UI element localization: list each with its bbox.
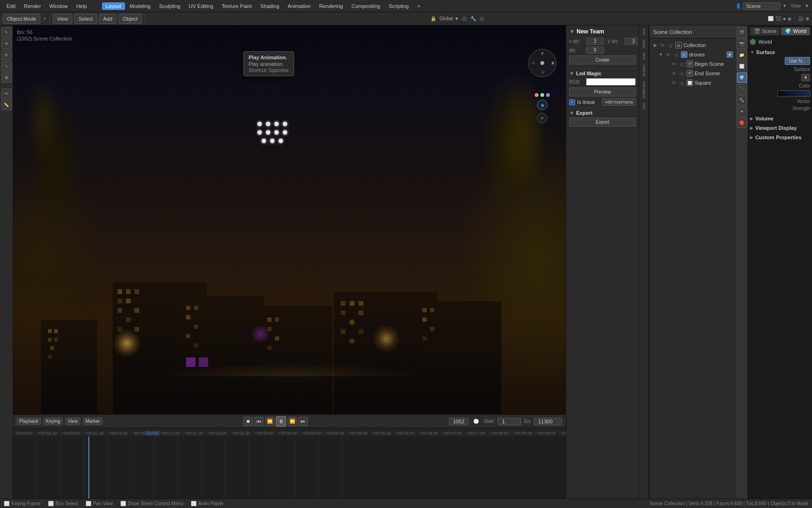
dev-label[interactable]: Dev — [642, 101, 646, 111]
view-side-label[interactable]: View — [642, 38, 646, 50]
led-magic-title[interactable]: ▼ Led Magic — [569, 71, 636, 76]
sc-begin-render-icon[interactable]: ◎ — [679, 62, 685, 67]
workspace-animation[interactable]: Animation — [284, 2, 314, 10]
jump-end-btn[interactable]: ⏭ — [298, 417, 308, 426]
tool-label[interactable]: Tool — [642, 26, 646, 37]
camera-icon[interactable]: 🎥 — [798, 16, 804, 21]
object-prop-icon[interactable]: ⬛ — [737, 84, 747, 94]
surface-section-header[interactable]: ▼ Surface — [750, 48, 810, 56]
menu-render[interactable]: Render — [20, 2, 45, 10]
workspace-compositing[interactable]: Compositing — [348, 2, 384, 10]
workspace-modeling[interactable]: Modeling — [126, 2, 155, 10]
new-team-collapse-icon[interactable]: ▼ — [569, 28, 575, 35]
proportional-icon[interactable]: ◎ — [479, 16, 485, 21]
view-menu-icon[interactable]: ▼ — [804, 3, 809, 8]
user-icon[interactable]: 👤 — [735, 3, 741, 8]
move-tool[interactable]: ✛ — [1, 39, 12, 49]
viewport-shading-mat[interactable]: ● — [783, 16, 786, 21]
object-mode-arrow[interactable]: ▼ — [42, 16, 47, 21]
keying-dropdown[interactable]: Keying — [44, 418, 63, 425]
menu-help[interactable]: Help — [72, 2, 91, 10]
timeline-body[interactable] — [13, 437, 566, 507]
scene-icon[interactable]: 🎬 — [737, 27, 747, 38]
status-anim-player[interactable]: ⬜ Anim Player — [191, 501, 224, 506]
workspace-shading[interactable]: Shading — [257, 2, 283, 10]
item-label[interactable]: Item — [642, 51, 646, 62]
render-icon[interactable]: 📷 — [737, 39, 747, 49]
snap-icon[interactable]: 🔧 — [469, 16, 477, 21]
transform-pivot-icon[interactable]: ⊙ — [461, 16, 468, 22]
viewport-persp-toggle[interactable]: P — [537, 113, 547, 123]
sc-item-end-scene[interactable]: 👁 ◎ 🎬 End Scene — [663, 69, 734, 78]
object-mode-btn[interactable]: Object Mode — [3, 14, 40, 24]
sc-item-collection[interactable]: ▶ 👁 ◎ ▤ Collection — [651, 40, 734, 50]
end-frame-input[interactable]: 11300 — [534, 418, 562, 425]
overlays-icon[interactable]: ⊕ — [805, 16, 809, 21]
viewport-camera-toggle[interactable]: ◉ — [537, 100, 547, 110]
sc-square-render-icon[interactable]: ◎ — [679, 80, 685, 86]
workspace-sculpting[interactable]: Sculpting — [155, 2, 184, 10]
export-title[interactable]: ▼ Export — [569, 110, 636, 116]
color-swatch[interactable] — [777, 90, 810, 97]
menu-window[interactable]: Window — [46, 2, 71, 10]
is-linear-checkbox[interactable]: ✓ — [569, 99, 575, 105]
formation-label[interactable]: Formation — [642, 79, 646, 100]
use-nodes-btn[interactable]: Use N... — [785, 57, 810, 65]
sc-end-render-icon[interactable]: ◎ — [679, 71, 685, 76]
select-btn[interactable]: Select — [74, 14, 97, 24]
status-keying-frame[interactable]: ⬜ Keying Frame — [4, 501, 40, 506]
add-btn[interactable]: Add — [99, 14, 117, 24]
start-frame-input[interactable]: 1 — [498, 418, 521, 425]
scene-menu-icon[interactable]: ▼ — [782, 3, 787, 8]
preview-btn[interactable]: Preview — [569, 87, 636, 96]
viewport-display-section[interactable]: ▶ Viewport Display — [750, 123, 810, 133]
sc-begin-eye-icon[interactable]: 👁 — [671, 62, 677, 67]
pause-btn[interactable]: ⏸ — [276, 416, 286, 427]
sc-square-eye-icon[interactable]: 👁 — [671, 80, 677, 86]
surface-dropdown-btn[interactable]: ▼ — [801, 74, 810, 81]
sc-item-begin-scene[interactable]: 👁 ◎ 🎬 Begin Scene — [663, 59, 734, 69]
step-fwd-btn[interactable]: ⏩ — [288, 417, 297, 426]
global-transform[interactable]: Global ▼ — [439, 16, 459, 21]
workspace-layout[interactable]: Layout — [102, 2, 125, 10]
workspace-uv[interactable]: UV Editing — [185, 2, 217, 10]
view-layer-icon[interactable]: ⬜ — [737, 61, 747, 71]
viewport-nav-gizmo[interactable]: Y -Y X -X ◉ — [528, 49, 556, 123]
sc-render-icon[interactable]: ◎ — [667, 43, 674, 48]
status-pan-view[interactable]: ⬜ Pan View — [86, 501, 113, 506]
rotate-tool[interactable]: ↻ — [1, 50, 12, 60]
sc-item-drones[interactable]: ▼ 👁 ◎ ▤ drones ⚡ — [657, 50, 734, 59]
sc-eye-icon[interactable]: 👁 — [659, 43, 666, 48]
scene-tab[interactable]: 🎬 Scene — [750, 27, 780, 35]
menu-edit[interactable]: Edit — [3, 2, 19, 10]
viewport-shading-solid[interactable]: ⬛ — [775, 16, 781, 21]
playback-dropdown[interactable]: Playback — [17, 418, 41, 425]
qty-input[interactable] — [586, 47, 604, 54]
physics-icon[interactable]: 🔴 — [737, 118, 747, 128]
sc-drones-render-icon[interactable]: ◎ — [673, 52, 679, 57]
particle-icon[interactable]: ✦ — [737, 106, 747, 117]
sc-end-eye-icon[interactable]: 👁 — [671, 71, 677, 76]
view-dropdown[interactable]: View — [65, 418, 80, 425]
measure-tool[interactable]: 📏 — [1, 100, 12, 110]
world-tab[interactable]: 🌍 World — [781, 27, 810, 35]
workspace-scripting[interactable]: Scripting — [385, 2, 413, 10]
rgb-color-swatch[interactable] — [586, 78, 636, 86]
jump-start-btn[interactable]: ⏮ — [254, 417, 264, 426]
view-btn[interactable]: View — [53, 14, 72, 24]
vehicle-label[interactable]: Vehicle — [642, 63, 646, 79]
view-label[interactable]: View — [789, 3, 803, 8]
transform-tool[interactable]: ⊞ — [1, 72, 12, 83]
annotate-tool[interactable]: ✏ — [1, 88, 12, 99]
step-back-btn[interactable]: ⏪ — [265, 417, 274, 426]
scene-name-input[interactable] — [743, 2, 781, 10]
create-btn[interactable]: Create — [569, 56, 636, 64]
sc-item-square[interactable]: 👁 ◎ ⬜ Square — [663, 78, 734, 87]
object-btn[interactable]: Object — [118, 14, 142, 24]
workspace-add[interactable]: + — [414, 2, 424, 10]
volume-section[interactable]: ▶ Volume — [750, 114, 810, 123]
viewport-lock-icon[interactable]: 🔒 — [429, 16, 437, 21]
custom-properties-section[interactable]: ▶ Custom Properties — [750, 133, 810, 142]
scale-tool[interactable]: ⤡ — [1, 61, 12, 71]
add-keyframe-btn[interactable]: Add KeyFrame — [602, 98, 636, 106]
